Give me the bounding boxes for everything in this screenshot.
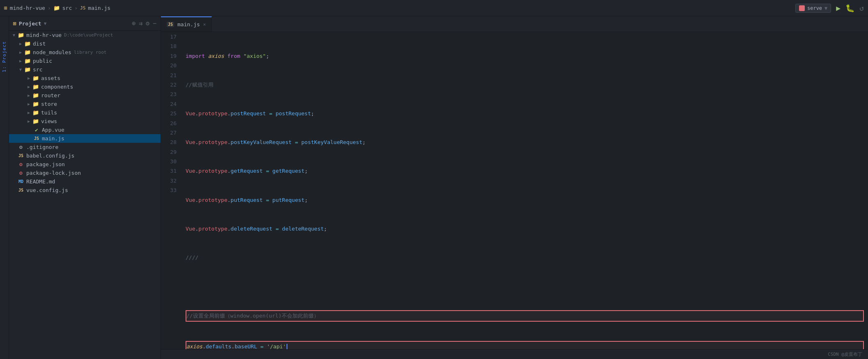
tree-item-components[interactable]: ▶ 📁 components [9,82,161,91]
node-modules-label: node_modules [33,49,71,55]
tree-root[interactable]: ▼ 📁 mind-hr-vue D:\code\vueProject [9,31,161,39]
vue-config-icon: JS [17,188,25,192]
router-label: router [41,92,60,98]
tree-item-main-js[interactable]: JS main.js [9,134,161,143]
tree-item-package-json[interactable]: ⚙ package.json [9,160,161,169]
code-line-21: Vue.prototype.getRequest = getRequest; [186,166,864,176]
components-label: components [41,84,73,90]
views-arrow: ▶ [25,119,32,123]
tab-js-icon: JS [167,22,174,27]
components-icon: 📁 [32,84,39,90]
tree-item-readme[interactable]: MD README.md [9,177,161,186]
project-icon: ⊞ [4,5,7,11]
root-name: mind-hr-vue [26,32,62,38]
debug-button[interactable]: 🐛 [845,4,854,12]
code-editor[interactable]: 17 18 19 20 21 22 23 24 25 26 27 28 29 3… [161,32,868,349]
new-file-icon[interactable]: ⊕ [132,20,135,27]
dist-arrow: ▶ [17,41,24,46]
tree-item-views[interactable]: ▶ 📁 views [9,117,161,126]
views-icon: 📁 [32,118,39,124]
project-label: ⊞ Project ▼ [13,21,46,27]
tuils-arrow: ▶ [25,110,32,115]
main-js-icon: JS [33,136,40,141]
node-modules-arrow: ▶ [17,50,24,55]
tree-item-src[interactable]: ▼ 📁 src [9,65,161,74]
tabs-bar: JS main.js ✕ [161,16,868,32]
project-tab-label[interactable]: 1: Project [2,41,7,72]
tree-item-dist[interactable]: ▶ 📁 dist [9,39,161,48]
code-line-18: //赋值引用 [186,80,864,89]
src-icon: 📁 [24,66,31,73]
run-button[interactable]: ▶ [836,4,840,12]
tree-item-tuils[interactable]: ▶ 📁 tuils [9,108,161,117]
readme-icon: MD [17,179,25,184]
readme-label: README.md [26,178,55,185]
components-arrow: ▶ [25,85,32,89]
root-folder-icon: 📁 [17,32,25,38]
dist-icon: 📁 [24,41,31,47]
tree-item-assets[interactable]: ▶ 📁 assets [9,74,161,82]
src-label: src [33,66,42,73]
store-icon: 📁 [32,101,39,107]
app-vue-label: App.vue [42,127,64,133]
vue-config-label: vue.config.js [26,187,68,193]
status-bar: CSDN @皮蛋布丁 [161,349,868,359]
run-config-label: serve [807,5,822,11]
breadcrumb-file: main.js [88,5,110,11]
side-panel-tab: 1: Project [0,16,9,359]
dropdown-icon: ▼ [824,5,827,11]
file-tree-header: ⊞ Project ▼ ⊕ ⇉ ⚙ − [9,16,161,31]
src-arrow: ▼ [17,67,24,72]
tree-toolbar: ⊕ ⇉ ⚙ − [132,20,156,27]
tree-item-public[interactable]: ▶ 📁 public [9,57,161,65]
root-arrow: ▼ [11,33,17,37]
line-numbers: 17 18 19 20 21 22 23 24 25 26 27 28 29 3… [161,32,181,349]
folder-icon: ⊞ [13,21,16,27]
views-label: views [41,118,57,124]
run-config[interactable]: serve ▼ [795,4,831,13]
settings-icon[interactable]: ⚙ [146,20,149,27]
node-modules-icon: 📁 [24,49,31,55]
file-tree: ⊞ Project ▼ ⊕ ⇉ ⚙ − ▼ 📁 mind-hr-vue D:\c… [9,16,161,359]
tab-main-js[interactable]: JS main.js ✕ [161,16,212,32]
gitignore-label: .gitignore [26,144,58,150]
tree-item-node-modules[interactable]: ▶ 📁 node_modules library root [9,48,161,57]
package-lock-label: package-lock.json [26,170,81,176]
breadcrumb-root: mind-hr-vue [10,5,45,11]
assets-icon: 📁 [32,75,39,81]
code-line-20: Vue.prototype.postKeyValueRequest = post… [186,137,864,147]
code-line-19: Vue.prototype.postRequest = postRequest; [186,109,864,118]
code-content: import axios from "axios"; //赋值引用 Vue.pr… [181,32,868,349]
code-line-24: //// [186,253,864,262]
tree-item-router[interactable]: ▶ 📁 router [9,91,161,100]
close-icon[interactable]: − [153,20,156,27]
editor-area: JS main.js ✕ 17 18 19 20 21 22 23 24 25 … [161,16,868,359]
public-icon: 📁 [24,58,31,64]
code-line-25 [186,281,864,291]
collapse-icon[interactable]: ⇉ [139,20,142,27]
public-label: public [33,58,52,64]
main-layout: 1: Project ⊞ Project ▼ ⊕ ⇉ ⚙ − ▼ 📁 mind-… [0,16,868,359]
tree-item-app-vue[interactable]: ✔ App.vue [9,126,161,134]
tree-item-gitignore[interactable]: ⚙ .gitignore [9,143,161,151]
code-line-27: axios.defaults.baseURL = '/api' [186,341,864,350]
tree-item-store[interactable]: ▶ 📁 store [9,100,161,108]
assets-arrow: ▶ [25,76,32,80]
assets-label: assets [41,75,60,81]
tuils-label: tuils [41,110,57,116]
breadcrumb-src: src [62,5,72,11]
tree-item-package-lock[interactable]: ⚙ package-lock.json [9,169,161,177]
code-line-17: import axios from "axios"; [186,51,864,61]
watermark: CSDN @皮蛋布丁 [828,351,862,357]
package-lock-icon: ⚙ [17,170,25,176]
tab-close-button[interactable]: ✕ [203,22,206,27]
top-bar: ⊞ mind-hr-vue › 📁 src › JS main.js serve… [0,0,868,16]
tree-item-babel[interactable]: JS babel.config.js [9,151,161,160]
toolbar-right: serve ▼ ▶ 🐛 ↺ [795,4,864,13]
main-js-label: main.js [42,135,64,142]
package-json-icon: ⚙ [17,161,25,167]
router-icon: 📁 [32,92,39,98]
tree-item-vue-config[interactable]: JS vue.config.js [9,186,161,194]
rerun-button[interactable]: ↺ [859,4,864,12]
store-arrow: ▶ [25,102,32,106]
